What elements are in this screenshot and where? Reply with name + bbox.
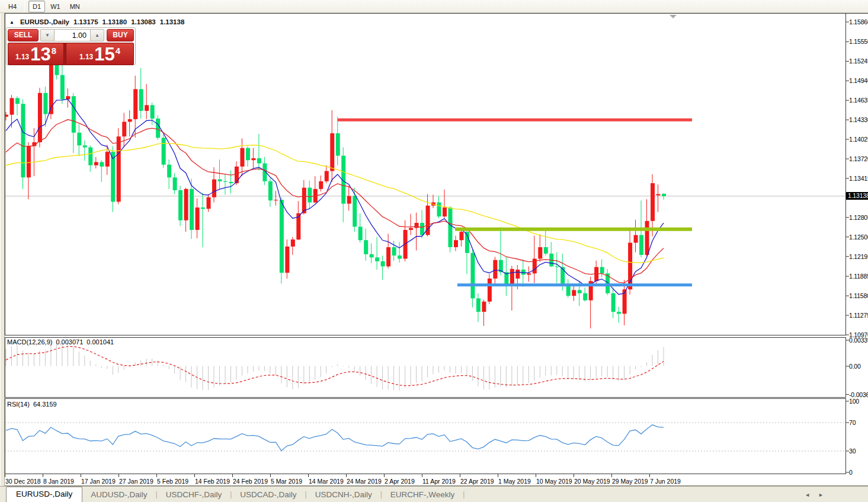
rsi-axis-label: 0 xyxy=(849,469,853,476)
rsi-axis-label: 70 xyxy=(849,419,856,426)
price-axis-label: 1.15550 xyxy=(849,38,868,45)
time-axis-label: 5 Feb 2019 xyxy=(157,478,188,485)
price-axis-label: 1.14940 xyxy=(849,77,868,84)
macd-indicator-label: MACD(12,26,9)0.0030710.001041 xyxy=(7,338,114,346)
arrow-up-icon: ▲ xyxy=(95,33,100,38)
volume-decrease-button[interactable]: ▼ xyxy=(40,29,55,41)
time-axis-label: 7 Jun 2019 xyxy=(650,478,681,485)
time-axis-label: 2 Apr 2019 xyxy=(385,478,415,485)
price-axis-label: 1.15860 xyxy=(849,18,868,25)
chart-tabs: EURUSD-,DailyAUDUSD-,Daily|USDCHF-,Daily… xyxy=(6,487,465,502)
time-axis-label: 24 Feb 2019 xyxy=(233,478,268,485)
price-axis-label: 1.12805 xyxy=(849,214,868,221)
main-price-panel xyxy=(4,31,846,328)
time-axis-label: 17 Jan 2019 xyxy=(81,478,116,485)
scroll-tabs-right-icon[interactable]: ► xyxy=(818,492,824,498)
macd-axis-label: 0.00 xyxy=(849,363,861,370)
sell-button[interactable]: SELL xyxy=(8,29,39,41)
rsi-name: RSI(14) xyxy=(7,401,30,408)
macd-panel xyxy=(6,341,664,391)
macd-main-value: 0.003071 xyxy=(56,338,83,346)
candlestick-chart-canvas[interactable] xyxy=(0,0,868,489)
macd-histogram xyxy=(6,341,664,391)
price-axis-label: 1.13720 xyxy=(849,155,868,162)
arrow-down-icon: ▼ xyxy=(45,33,50,38)
moving-average-line-50 xyxy=(6,143,664,263)
bar-high-value: 1.13180 xyxy=(103,18,127,25)
scroll-tabs-left-icon[interactable]: ◄ xyxy=(805,492,810,498)
time-axis-label: 8 Jan 2019 xyxy=(43,478,74,485)
bar-open-value: 1.13175 xyxy=(73,18,98,25)
price-axis-label: 1.14025 xyxy=(849,136,868,143)
price-axis-label: 1.11885 xyxy=(849,273,868,280)
panel-frame xyxy=(5,338,846,398)
chart-tab-eurchf-weekly[interactable]: EURCHF-,Weekly xyxy=(382,488,463,502)
tab-separator: | xyxy=(463,490,465,502)
moving-average-line-20 xyxy=(6,120,664,283)
macd-axis-label: 0.003392 xyxy=(849,337,868,344)
price-axis-label: 1.11275 xyxy=(849,312,868,319)
rsi-axis-label: 100 xyxy=(849,398,859,405)
chart-tab-usdcad-daily[interactable]: USDCAD-,Daily xyxy=(232,488,305,502)
chart-symbol-label: EURUSD-,Daily xyxy=(20,18,69,25)
rsi-indicator-label: RSI(14)64.3159 xyxy=(7,401,57,408)
time-axis-label: 30 Dec 2018 xyxy=(5,478,41,485)
sell-price-main: 13 xyxy=(30,46,50,63)
bar-close-value: 1.13138 xyxy=(160,18,185,25)
time-axis-label: 5 Mar 2019 xyxy=(271,478,302,485)
buy-price-pip: 4 xyxy=(116,46,120,56)
one-click-trading-panel: SELL ▼ 1.00 ▲ BUY 1.13 13 8 1.13 15 4 xyxy=(6,27,136,65)
time-axis-label: 24 Mar 2019 xyxy=(347,478,382,485)
time-axis-label: 14 Feb 2019 xyxy=(195,478,230,485)
time-axis-label: 11 Apr 2019 xyxy=(422,478,456,485)
macd-name: MACD(12,26,9) xyxy=(7,338,52,346)
bar-low-value: 1.13083 xyxy=(131,18,156,25)
macd-signal-value: 0.001041 xyxy=(87,338,114,346)
sell-price-display[interactable]: 1.13 13 8 xyxy=(8,43,64,65)
moving-average-line-8 xyxy=(6,99,664,294)
time-axis-label: 22 Apr 2019 xyxy=(460,478,494,485)
rsi-value: 64.3159 xyxy=(33,401,57,408)
rsi-line xyxy=(6,425,664,451)
macd-axis-label: -0.003664 xyxy=(849,391,868,398)
buy-price-prefix: 1.13 xyxy=(79,53,93,61)
price-axis-label: 1.14635 xyxy=(849,97,868,104)
mt4-terminal: H4D1W1MN ▲ EURUSD-,Daily 1.13175 1.13180… xyxy=(0,0,868,502)
volume-input[interactable]: 1.00 xyxy=(55,29,90,41)
chart-tab-usdchf-daily[interactable]: USDCHF-,Daily xyxy=(158,488,230,502)
rsi-axis-label: 30 xyxy=(849,447,856,455)
chart-tab-usdcnh-daily[interactable]: USDCNH-,Daily xyxy=(307,488,380,502)
buy-price-display[interactable]: 1.13 15 4 xyxy=(66,43,134,65)
price-axis-label: 1.14330 xyxy=(849,116,868,123)
price-axis-label: 1.12195 xyxy=(849,253,868,260)
collapse-chart-icon[interactable]: ▲ xyxy=(9,20,14,25)
buy-price-main: 15 xyxy=(94,46,114,63)
chart-shift-marker-icon xyxy=(670,15,677,18)
tab-scroll-controls: ◄ ► xyxy=(805,492,824,502)
time-axis-label: 14 Mar 2019 xyxy=(309,478,344,485)
chart-tab-bar: EURUSD-,DailyAUDUSD-,Daily|USDCHF-,Daily… xyxy=(0,486,868,502)
sell-price-prefix: 1.13 xyxy=(15,53,29,61)
time-axis-label: 27 Jan 2019 xyxy=(119,478,153,485)
price-axis-label: 1.13415 xyxy=(849,175,868,182)
time-axis-label: 20 May 2019 xyxy=(574,478,610,485)
chart-title-bar: ▲ EURUSD-,Daily 1.13175 1.13180 1.13083 … xyxy=(9,17,184,27)
price-axis-label: 1.12500 xyxy=(849,234,868,241)
buy-button[interactable]: BUY xyxy=(107,29,134,41)
volume-increase-button[interactable]: ▲ xyxy=(90,29,104,41)
current-price-tag: 1.13138 xyxy=(846,192,868,200)
sell-price-pip: 8 xyxy=(52,46,56,56)
time-axis-label: 10 May 2019 xyxy=(536,478,572,485)
price-axis-label: 1.15245 xyxy=(849,57,868,65)
macd-signal-line xyxy=(6,347,664,386)
chart-tab-eurusd-daily[interactable]: EURUSD-,Daily xyxy=(6,487,82,502)
time-axis-label: 29 May 2019 xyxy=(612,478,648,485)
price-axis-label: 1.11580 xyxy=(849,292,868,299)
rsi-panel xyxy=(5,423,846,451)
time-axis-label: 1 May 2019 xyxy=(498,478,531,485)
chart-tab-audusd-daily[interactable]: AUDUSD-,Daily xyxy=(82,488,155,502)
